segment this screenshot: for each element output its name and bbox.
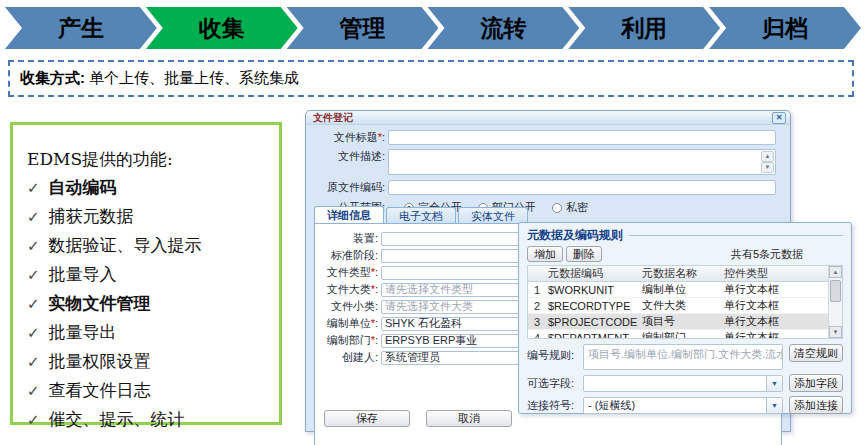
- feature-item: ✓数据验证、导入提示: [27, 231, 273, 260]
- file-title-input[interactable]: [388, 130, 776, 145]
- original-code-input[interactable]: [388, 180, 776, 195]
- delete-metadata-button[interactable]: 删除: [566, 246, 602, 262]
- numbering-rule-label: 编号规则:: [527, 344, 583, 363]
- feature-item: ✓批量权限设置: [27, 347, 273, 376]
- check-icon: ✓: [27, 174, 40, 202]
- col-code: 元数据编码: [546, 266, 642, 281]
- standard-phase-input[interactable]: [381, 249, 533, 263]
- file-desc-textarea[interactable]: ▲ ▼: [388, 149, 776, 175]
- dialog-title: 文件登记: [313, 111, 353, 125]
- connector-select[interactable]: - (短横线) ▼: [583, 397, 783, 414]
- check-icon: ✓: [27, 377, 40, 405]
- tab-electronic-file[interactable]: 电子文档: [386, 207, 456, 224]
- metadata-rules-panel: 元数据及编码规则 增加 删除 共有5条元数据 元数据编码 元数据名称 控件类型 …: [518, 222, 852, 414]
- feature-item: ✓查看文件日志: [27, 376, 273, 405]
- col-name: 元数据名称: [642, 266, 724, 281]
- compiling-unit-input[interactable]: SHYK 石化盈科: [381, 317, 533, 331]
- metadata-count: 共有5条元数据: [731, 247, 843, 262]
- cancel-button[interactable]: 取消: [426, 410, 512, 427]
- table-row[interactable]: 1 $WORKUNIT 编制单位 单行文本框: [528, 282, 842, 298]
- original-code-label: 原文件编码:: [314, 180, 388, 195]
- table-scrollbar[interactable]: ▲ ▼: [828, 266, 842, 338]
- connector-label: 连接符号:: [527, 398, 583, 413]
- file-subcategory-input[interactable]: 请先选择文件大类: [381, 300, 533, 314]
- collection-methods-banner: 收集方式: 单个上传、批量上传、系统集成: [8, 60, 854, 97]
- process-flow-bar: 产生 收集 管理 流转 利用 归档: [5, 7, 861, 49]
- check-icon: ✓: [27, 348, 40, 376]
- metadata-toolbar: 增加 删除 共有5条元数据: [527, 246, 843, 262]
- dialog-titlebar[interactable]: 文件登记 ✕: [306, 111, 790, 125]
- edms-features-box: EDMS提供的功能: ✓自动编码 ✓捕获元数据 ✓数据验证、导入提示 ✓批量导入…: [10, 122, 282, 425]
- add-field-button[interactable]: 添加字段: [789, 374, 843, 392]
- file-title-label: 文件标题*:: [314, 130, 388, 145]
- scrollbar-thumb[interactable]: [830, 280, 841, 302]
- file-category-input[interactable]: 请先选择文件类型: [381, 283, 533, 297]
- creator-input[interactable]: 系统管理员: [381, 351, 533, 365]
- flow-step-collect[interactable]: 收集: [146, 7, 298, 49]
- add-connector-button[interactable]: 添加连接: [789, 396, 843, 414]
- optional-field-row: 可选字段: ▼ 添加字段: [527, 374, 843, 392]
- clear-rule-button[interactable]: 清空规则: [789, 344, 843, 362]
- metadata-table: 元数据编码 元数据名称 控件类型 1 $WORKUNIT 编制单位 单行文本框 …: [527, 265, 843, 339]
- table-row[interactable]: 4 $DEPARTMENT 编制部门 单行文本框: [528, 330, 842, 339]
- header-rule-line: [629, 235, 843, 236]
- scroll-up-icon[interactable]: ▲: [761, 151, 774, 162]
- flow-step-transfer[interactable]: 流转: [427, 7, 579, 49]
- feature-item: ✓催交、提示、统计: [27, 405, 273, 434]
- check-icon: ✓: [27, 290, 40, 318]
- feature-item: ✓捕获元数据: [27, 202, 273, 231]
- chevron-down-icon[interactable]: ▼: [766, 376, 782, 391]
- check-icon: ✓: [27, 319, 40, 347]
- save-button[interactable]: 保存: [324, 410, 410, 427]
- scroll-up-icon[interactable]: ▲: [829, 266, 842, 278]
- optional-field-select[interactable]: ▼: [583, 375, 783, 392]
- col-type: 控件类型: [724, 266, 808, 281]
- tab-physical-file[interactable]: 实体文件: [458, 207, 528, 224]
- table-row[interactable]: 2 $RECORDTYPE 文件大类 单行文本框: [528, 298, 842, 314]
- scroll-down-icon[interactable]: ▼: [761, 162, 774, 173]
- dialog-buttons: 保存 取消: [324, 410, 512, 427]
- check-icon: ✓: [27, 203, 40, 231]
- file-title-row: 文件标题*:: [314, 130, 776, 145]
- table-row[interactable]: 3 $PROJECTCODE 项目号 单行文本框: [528, 314, 842, 330]
- flow-step-generate[interactable]: 产生: [5, 7, 157, 49]
- features-title: EDMS提供的功能:: [27, 145, 273, 173]
- check-icon: ✓: [27, 232, 40, 260]
- flow-step-archive[interactable]: 归档: [709, 7, 861, 49]
- radio-private-label: 私密: [566, 200, 588, 215]
- slide-canvas: 产生 收集 管理 流转 利用 归档 收集方式: 单个上传、批量上传、系统集成 E…: [0, 0, 866, 445]
- close-icon[interactable]: ✕: [772, 112, 786, 124]
- add-metadata-button[interactable]: 增加: [527, 246, 563, 262]
- file-type-input[interactable]: [381, 266, 533, 280]
- connector-row: 连接符号: - (短横线) ▼ 添加连接: [527, 396, 843, 414]
- original-code-row: 原文件编码:: [314, 180, 776, 195]
- flow-step-manage[interactable]: 管理: [287, 7, 439, 49]
- numbering-rule-input[interactable]: 项目号.编制单位.编制部门.文件大类.流水号: [583, 344, 783, 370]
- metadata-panel-title: 元数据及编码规则: [527, 227, 623, 244]
- device-input[interactable]: [381, 232, 533, 246]
- file-desc-label: 文件描述:: [314, 149, 388, 164]
- metadata-panel-header: 元数据及编码规则: [527, 227, 843, 244]
- feature-item: ✓批量导入: [27, 260, 273, 289]
- feature-item: ✓实物文件管理: [27, 289, 273, 318]
- compiling-department-input[interactable]: ERPSYB ERP事业: [381, 334, 533, 348]
- feature-item: ✓自动编码: [27, 173, 273, 202]
- numbering-rule-row: 编号规则: 项目号.编制单位.编制部门.文件大类.流水号 清空规则: [527, 344, 843, 370]
- banner-text: 单个上传、批量上传、系统集成: [89, 69, 299, 88]
- flow-step-utilize[interactable]: 利用: [568, 7, 720, 49]
- file-desc-row: 文件描述: ▲ ▼: [314, 149, 776, 175]
- chevron-down-icon[interactable]: ▼: [766, 398, 782, 413]
- dialog-tabs: 详细信息 电子文档 实体文件: [314, 206, 528, 224]
- tab-detail-info[interactable]: 详细信息: [314, 206, 384, 224]
- metadata-table-header: 元数据编码 元数据名称 控件类型: [528, 266, 842, 282]
- radio-private[interactable]: [552, 203, 562, 213]
- banner-label: 收集方式:: [20, 69, 85, 88]
- optional-field-label: 可选字段:: [527, 376, 583, 391]
- textarea-scrollbar[interactable]: ▲ ▼: [761, 151, 774, 173]
- check-icon: ✓: [27, 406, 40, 434]
- scroll-down-icon[interactable]: ▼: [829, 326, 842, 338]
- feature-item: ✓批量导出: [27, 318, 273, 347]
- check-icon: ✓: [27, 261, 40, 289]
